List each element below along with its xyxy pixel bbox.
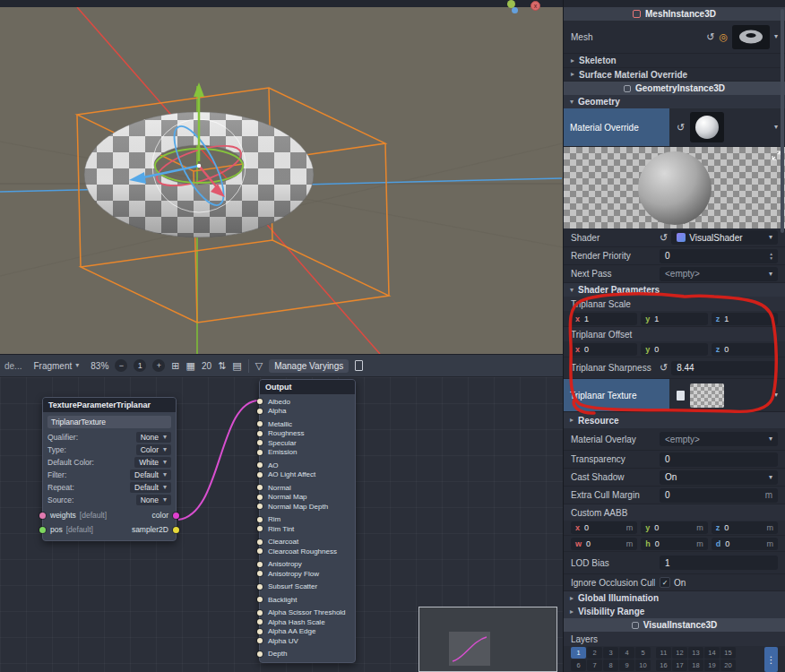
node-title[interactable]: TextureParameterTriplanar — [43, 398, 176, 412]
input-port-icon[interactable] — [257, 638, 263, 643]
input-port-icon[interactable] — [257, 619, 263, 625]
layer-toggle[interactable]: 8 — [603, 659, 618, 671]
layer-toggle[interactable]: 18 — [688, 659, 703, 671]
category-visual-instance-3d[interactable]: VisualInstance3D — [564, 618, 785, 632]
section-geometry[interactable]: ▾ Geometry — [564, 95, 785, 108]
texture-thumbnail[interactable] — [690, 383, 724, 408]
inspected-object-header[interactable]: MeshInstance3D — [564, 7, 785, 21]
shader-list-button[interactable]: ▤ — [232, 361, 241, 371]
next-pass-dropdown[interactable]: <empty> ▾ — [660, 267, 778, 281]
vector-component-field[interactable]: y 0 — [641, 343, 707, 356]
input-port-icon[interactable] — [257, 431, 263, 436]
vector-component-field[interactable]: z 0 m — [712, 521, 778, 534]
param-row-dropdown[interactable]: Default ▾ — [130, 482, 171, 493]
material-preview[interactable] — [564, 147, 785, 228]
shader-stage-dropdown[interactable]: Fragment ▾ — [28, 359, 84, 373]
snap-distance-value[interactable]: 20 — [202, 361, 211, 371]
vector-component-field[interactable]: h 0 m — [641, 538, 707, 550]
input-port-icon[interactable] — [257, 610, 263, 616]
shader-resource-dropdown[interactable]: VisualShader ▾ — [671, 230, 778, 245]
inspector-scrollbar[interactable] — [781, 9, 784, 233]
input-port-icon[interactable] — [257, 539, 263, 545]
input-port-icon[interactable] — [257, 495, 263, 500]
nav-gizmo-z-axis-dot[interactable] — [512, 7, 518, 13]
zoom-reset-button[interactable]: 1 — [134, 359, 146, 372]
nav-gizmo-x-axis-dot[interactable]: x — [531, 1, 540, 11]
section-visibility-range[interactable]: ▸ Visibility Range — [564, 605, 785, 618]
output-port-color[interactable] — [173, 513, 179, 519]
grid-toggle-button[interactable]: ▦ — [186, 361, 195, 371]
vector-component-field[interactable]: x 1 — [571, 313, 637, 325]
vector-component-field[interactable]: z 1 — [712, 313, 778, 325]
layer-toggle[interactable]: 5 — [635, 647, 651, 659]
layer-toggle[interactable]: 1 — [571, 647, 586, 659]
input-port-icon[interactable] — [257, 571, 263, 576]
input-port-icon[interactable] — [257, 548, 263, 554]
revert-icon[interactable]: ↺ — [660, 233, 668, 243]
vector-component-field[interactable]: x 0 m — [571, 521, 637, 534]
zoom-out-button[interactable]: − — [115, 359, 127, 372]
layer-toggle[interactable]: 9 — [619, 659, 634, 671]
layer-toggle[interactable]: 20 — [720, 659, 736, 671]
layer-toggle[interactable]: 3 — [603, 647, 618, 659]
snap-toggle-button[interactable]: ⊞ — [171, 361, 179, 371]
revert-icon[interactable]: ↺ — [660, 363, 668, 373]
extra-cull-margin-field[interactable]: 0 m — [660, 488, 778, 503]
layer-toggle[interactable]: 4 — [619, 647, 634, 659]
triplanar-texture-label[interactable]: Triplanar Texture — [564, 379, 669, 411]
layer-toggle[interactable]: 13 — [688, 647, 703, 659]
input-port-icon[interactable] — [257, 472, 263, 478]
transparency-field[interactable]: 0 — [660, 452, 778, 467]
section-resource[interactable]: ▸ Resource — [564, 412, 785, 428]
render-priority-spinbox[interactable]: 0 ▴▾ — [660, 249, 778, 263]
layer-toggle[interactable]: 10 — [635, 659, 651, 671]
input-port-icon[interactable] — [257, 584, 263, 590]
spinner-arrows-icon[interactable]: ▴▾ — [770, 252, 772, 260]
zoom-in-button[interactable]: + — [152, 359, 165, 372]
input-port-icon[interactable] — [257, 562, 263, 567]
param-row-dropdown[interactable]: White ▾ — [134, 457, 171, 468]
mesh-preview-thumbnail[interactable] — [732, 25, 770, 49]
group-surface-material-override[interactable]: ▸ Surface Material Override — [564, 68, 785, 82]
chevron-down-icon[interactable]: ▾ — [774, 124, 778, 131]
output-port-sampler2d[interactable] — [173, 527, 179, 533]
layer-toggle[interactable]: 16 — [656, 659, 671, 671]
input-port-icon[interactable] — [257, 526, 263, 531]
cast-shadow-dropdown[interactable]: On ▾ — [660, 470, 778, 485]
layer-toggle[interactable]: 15 — [720, 647, 736, 659]
chevron-down-icon[interactable]: ▾ — [774, 392, 778, 399]
input-port-icon[interactable] — [257, 504, 263, 509]
revert-icon[interactable]: ↺ — [706, 32, 714, 42]
layer-toggle[interactable]: 7 — [587, 659, 602, 671]
vector-component-field[interactable]: y 1 — [641, 313, 707, 325]
group-skeleton[interactable]: ▸ Skeleton — [564, 54, 785, 68]
vector-component-field[interactable]: z 0 — [712, 343, 778, 356]
truncated-node-button[interactable]: de... — [4, 361, 22, 371]
input-port-icon[interactable] — [257, 629, 263, 634]
input-port-icon[interactable] — [257, 517, 263, 522]
input-port-icon[interactable] — [257, 421, 263, 426]
param-row-dropdown[interactable]: Default ▾ — [130, 470, 171, 480]
layers-options-button[interactable]: ⋮ — [764, 647, 778, 672]
parameter-name-field[interactable]: TriplanarTexture — [47, 416, 171, 428]
vector-component-field[interactable]: x 0 — [571, 343, 637, 356]
layer-toggle[interactable]: 14 — [704, 647, 720, 659]
input-port-weights[interactable] — [39, 513, 46, 519]
vector-component-field[interactable]: y 0 m — [641, 521, 707, 534]
layer-toggle[interactable]: 12 — [672, 647, 687, 659]
material-overlay-dropdown[interactable]: <empty> ▾ — [660, 432, 778, 446]
layer-toggle[interactable]: 19 — [704, 659, 720, 671]
gizmo-center[interactable] — [197, 164, 201, 168]
lod-bias-field[interactable]: 1 — [660, 556, 778, 570]
vector-component-field[interactable]: w 0 m — [571, 538, 637, 550]
input-port-icon[interactable] — [257, 399, 263, 404]
input-port-icon[interactable] — [257, 450, 263, 455]
layer-toggle[interactable]: 2 — [587, 647, 602, 659]
layer-toggle[interactable]: 11 — [656, 647, 671, 659]
input-port-icon[interactable] — [257, 651, 263, 657]
material-thumbnail[interactable] — [690, 112, 724, 142]
shader-file-icon[interactable] — [355, 360, 363, 371]
param-row-dropdown[interactable]: Color ▾ — [136, 444, 171, 455]
section-global-illumination[interactable]: ▸ Global Illumination — [564, 591, 785, 605]
shader-output-node[interactable]: Output Albedo Alpha Metallic — [259, 379, 356, 663]
